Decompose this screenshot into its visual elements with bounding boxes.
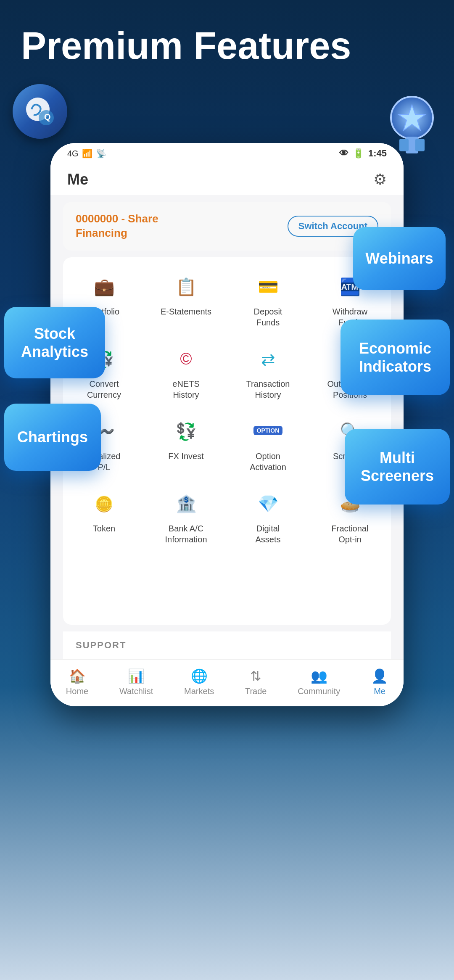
estatements-icon: 📋	[172, 272, 201, 302]
home-icon: 🏠	[69, 668, 86, 684]
community-label: Community	[298, 687, 340, 696]
watchlist-icon: 📊	[128, 668, 145, 684]
deposit-icon: 💳	[253, 272, 283, 302]
digital-label: DigitalAssets	[255, 523, 280, 545]
nav-trade[interactable]: ⇅ Trade	[237, 666, 275, 698]
bank-label: Bank A/CInformation	[165, 523, 207, 545]
nav-markets[interactable]: 🌐 Markets	[176, 666, 222, 698]
trade-icon: ⇅	[250, 668, 261, 684]
chartings-bubble: Chartings	[4, 404, 101, 471]
nav-me[interactable]: 👤 Me	[363, 666, 396, 698]
me-icon: 👤	[371, 668, 388, 684]
fractional-label: FractionalOpt-in	[332, 523, 369, 545]
menu-item-bank[interactable]: 🏦 Bank A/CInformation	[145, 481, 227, 553]
token-label: Token	[93, 523, 115, 534]
nav-community[interactable]: 👥 Community	[289, 666, 348, 698]
bank-icon: 🏦	[172, 489, 201, 519]
estatements-label: E-Statements	[161, 306, 211, 317]
menu-item-deposit[interactable]: 💳 DepositFunds	[227, 264, 309, 336]
phone-frame: 4G 📶 📡 👁 🔋 1:45 Me ⚙ 0000000 - ShareFina…	[50, 143, 404, 706]
network-status: 4G 📶 📡	[67, 148, 106, 158]
app-screen-title: Me	[67, 171, 88, 188]
fx-label: FX Invest	[168, 451, 203, 462]
menu-item-estatements[interactable]: 📋 E-Statements	[145, 264, 227, 336]
watchlist-label: Watchlist	[119, 687, 153, 696]
menu-grid: 💼 Portfolio 📋 E-Statements 💳 DepositFund…	[63, 264, 391, 553]
economic-indicators-bubble: EconomicIndicators	[340, 320, 450, 395]
support-label: SUPPORT	[76, 640, 126, 650]
menu-item-fx[interactable]: 💱 FX Invest	[145, 409, 227, 481]
enets-icon: ©	[172, 345, 201, 374]
transaction-icon: ⇄	[253, 345, 283, 374]
menu-item-option[interactable]: OPTION OptionActivation	[227, 409, 309, 481]
fx-icon: 💱	[172, 417, 201, 446]
wifi-icon: 📡	[96, 148, 106, 158]
enets-label: eNETSHistory	[172, 378, 199, 400]
account-banner: 0000000 - ShareFinancing Switch Account	[63, 202, 391, 251]
webinars-bubble: Webinars	[353, 227, 446, 290]
menu-item-transaction[interactable]: ⇄ TransactionHistory	[227, 336, 309, 409]
nav-home[interactable]: 🏠 Home	[58, 666, 97, 698]
stock-analytics-bubble: StockAnalytics	[4, 307, 105, 378]
svg-rect-7	[415, 139, 425, 151]
settings-icon[interactable]: ⚙	[373, 171, 387, 188]
award-badge	[383, 92, 441, 160]
community-icon: 👥	[311, 668, 327, 684]
network-type: 4G	[67, 149, 79, 158]
page-title: Premium Features	[21, 25, 351, 67]
trade-label: Trade	[245, 687, 267, 696]
multi-screeners-bubble: MultiScreeners	[345, 429, 450, 505]
transaction-label: TransactionHistory	[246, 378, 290, 400]
signal-bars: 📶	[82, 148, 92, 158]
status-bar: 4G 📶 📡 👁 🔋 1:45	[50, 143, 404, 164]
eye-icon: 👁	[339, 148, 348, 159]
bottom-navigation: 🏠 Home 📊 Watchlist 🌐 Markets ⇅ Trade 👥 C…	[50, 659, 404, 706]
support-section: SUPPORT	[63, 631, 391, 659]
convert-label: ConvertCurrency	[87, 378, 121, 400]
menu-item-enets[interactable]: © eNETSHistory	[145, 336, 227, 409]
markets-icon: 🌐	[191, 668, 208, 684]
option-label: OptionActivation	[250, 451, 286, 473]
home-label: Home	[66, 687, 88, 696]
deposit-label: DepositFunds	[254, 306, 282, 328]
option-icon: OPTION	[253, 417, 283, 446]
app-logo: Q	[13, 84, 71, 143]
menu-item-digital[interactable]: 💎 DigitalAssets	[227, 481, 309, 553]
svg-rect-6	[399, 139, 409, 151]
menu-grid-container: 💼 Portfolio 📋 E-Statements 💳 DepositFund…	[63, 257, 391, 625]
nav-watchlist[interactable]: 📊 Watchlist	[111, 666, 161, 698]
markets-label: Markets	[184, 687, 214, 696]
digital-icon: 💎	[253, 489, 283, 519]
me-label: Me	[374, 687, 385, 696]
account-name: 0000000 - ShareFinancing	[76, 212, 158, 240]
svg-text:Q: Q	[44, 112, 51, 122]
token-icon: 🪙	[90, 489, 119, 519]
portfolio-icon: 💼	[90, 272, 119, 302]
option-badge: OPTION	[253, 426, 283, 435]
battery-icon: 🔋	[353, 148, 364, 159]
app-header: Me ⚙	[50, 164, 404, 195]
menu-item-token[interactable]: 🪙 Token	[63, 481, 145, 553]
time-battery: 👁 🔋 1:45	[339, 148, 387, 159]
